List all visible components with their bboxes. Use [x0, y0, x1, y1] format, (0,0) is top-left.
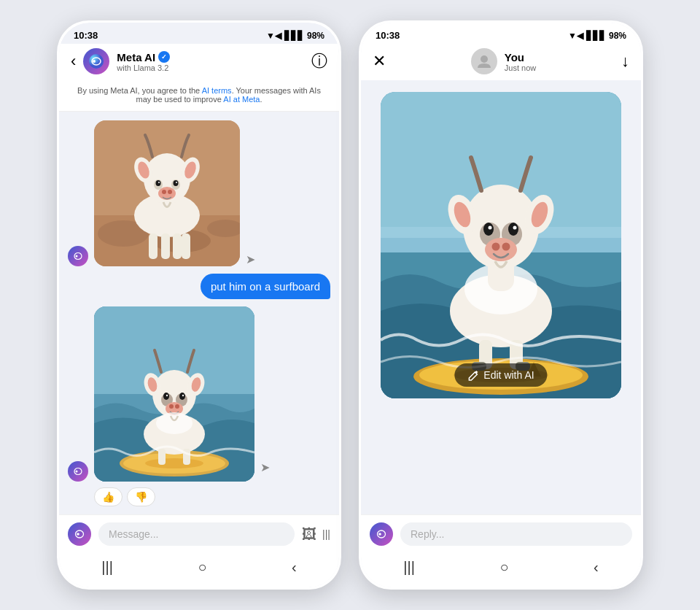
input-avatar-2	[370, 522, 393, 546]
svg-point-14	[156, 180, 161, 186]
ai-message-2	[68, 306, 254, 482]
svg-point-43	[182, 395, 184, 396]
send-indicator-2: ➤	[260, 460, 270, 474]
image-input-icon[interactable]: 🖼	[302, 526, 316, 543]
phone-2: 10:38 ▼◀ ▋▋▋ 98% ✕	[359, 20, 643, 590]
user-avatar	[471, 48, 497, 74]
ai-message-2-row: 👍 👎 ➤	[68, 306, 330, 506]
meta-link[interactable]: AI at Meta	[223, 95, 260, 104]
chat-title-1: Meta AI ✓	[117, 51, 170, 63]
ai-avatar-small	[68, 246, 88, 266]
goat-surfboard-image-small[interactable]	[94, 306, 254, 482]
signal-icon: ▼◀	[266, 31, 281, 41]
send-indicator-1: ➤	[246, 252, 255, 266]
goat-original-image[interactable]	[94, 120, 240, 266]
svg-point-0	[89, 54, 104, 69]
svg-point-75	[492, 243, 500, 251]
user-message: put him on a surfboard	[68, 274, 330, 299]
svg-point-40	[163, 393, 169, 400]
reaction-bar: 👍 👎	[94, 487, 254, 506]
reply-input[interactable]: Reply...	[400, 522, 632, 546]
ai-terms-link[interactable]: AI terms	[202, 86, 232, 95]
svg-point-73	[513, 226, 517, 230]
close-button[interactable]: ✕	[373, 52, 386, 71]
edit-ai-button[interactable]: Edit with AI	[454, 363, 547, 387]
voice-input-icon[interactable]: |||	[322, 528, 330, 540]
svg-rect-28	[182, 233, 190, 259]
svg-point-17	[176, 182, 177, 183]
thumbs-up-button[interactable]: 👍	[94, 487, 122, 506]
back-button[interactable]: ‹	[71, 52, 76, 71]
user-bubble: put him on a surfboard	[201, 274, 330, 299]
nav-bar-1: ‹	[59, 44, 339, 80]
svg-point-19	[162, 190, 166, 194]
svg-point-41	[179, 393, 185, 400]
svg-point-30	[76, 471, 78, 473]
svg-point-4	[76, 255, 78, 258]
input-avatar-1	[68, 522, 91, 546]
bottom-nav-1: ||| ○ ‹	[59, 553, 339, 587]
ai-avatar-small-2	[68, 461, 88, 482]
input-bar-1: Message... 🖼 |||	[59, 514, 339, 553]
goat-surfboard-large[interactable]: Edit with AI	[381, 92, 621, 398]
svg-point-56	[481, 55, 488, 63]
ai-message-1: ➤	[68, 120, 330, 266]
battery-level-2: 98%	[609, 31, 626, 41]
svg-point-85	[378, 530, 386, 538]
svg-point-35	[145, 458, 203, 468]
battery-level: 98%	[307, 31, 324, 41]
time-1: 10:38	[74, 30, 98, 41]
menu-nav-icon[interactable]: |||	[101, 559, 113, 576]
thumbs-down-button[interactable]: 👎	[127, 487, 155, 506]
wifi-bars-2: ▋▋▋	[586, 31, 606, 41]
bottom-nav-2: ||| ○ ‹	[361, 553, 641, 587]
svg-point-53	[156, 412, 192, 434]
input-bar-2: Reply...	[361, 514, 641, 553]
meta-ai-avatar	[83, 48, 109, 74]
svg-point-46	[175, 404, 179, 409]
back-nav-icon[interactable]: ‹	[292, 559, 297, 576]
signal-icon-2: ▼◀	[568, 31, 583, 41]
info-button[interactable]: ⓘ	[311, 50, 327, 72]
time-2: 10:38	[376, 30, 400, 41]
back-nav-icon-2[interactable]: ‹	[594, 559, 599, 576]
download-button[interactable]: ↓	[621, 52, 629, 71]
svg-point-42	[166, 395, 168, 396]
message-input[interactable]: Message...	[98, 522, 295, 546]
chat-title-2: You	[505, 51, 536, 63]
chat-area-1: ➤ put him on a surfboard	[59, 112, 339, 514]
svg-point-86	[378, 533, 381, 536]
verified-icon: ✓	[158, 51, 170, 63]
svg-point-2	[93, 60, 96, 63]
svg-rect-26	[161, 233, 170, 259]
svg-point-55	[77, 533, 79, 536]
nav-bar-2: ✕ You Just now ↓	[361, 44, 641, 80]
edit-ai-label: Edit with AI	[483, 369, 534, 381]
home-nav-icon-2[interactable]: ○	[499, 559, 508, 576]
svg-point-20	[168, 190, 172, 194]
svg-point-72	[489, 226, 492, 230]
home-nav-icon[interactable]: ○	[198, 559, 206, 576]
svg-point-54	[76, 530, 84, 538]
wifi-bars: ▋▋▋	[284, 31, 304, 41]
svg-point-45	[169, 404, 174, 409]
consent-banner: By using Meta AI, you agree to the AI te…	[59, 80, 339, 112]
svg-rect-27	[173, 233, 182, 259]
svg-rect-25	[149, 233, 158, 259]
svg-point-16	[158, 182, 160, 183]
svg-point-76	[502, 243, 510, 251]
phone-1: 10:38 ▼◀ ▋▋▋ 98% ‹	[57, 20, 341, 590]
chat-subtitle-2: Just now	[505, 63, 536, 72]
chat-subtitle-1: with Llama 3.2	[117, 63, 170, 72]
svg-rect-51	[158, 449, 166, 465]
svg-point-71	[508, 223, 518, 236]
status-bar-1: 10:38 ▼◀ ▋▋▋ 98%	[59, 23, 339, 44]
svg-point-15	[174, 180, 179, 186]
svg-point-18	[158, 187, 176, 200]
menu-nav-icon-2[interactable]: |||	[403, 559, 415, 576]
image-view-area: Edit with AI	[361, 80, 641, 514]
svg-point-70	[483, 223, 494, 236]
status-bar-2: 10:38 ▼◀ ▋▋▋ 98%	[361, 23, 641, 44]
